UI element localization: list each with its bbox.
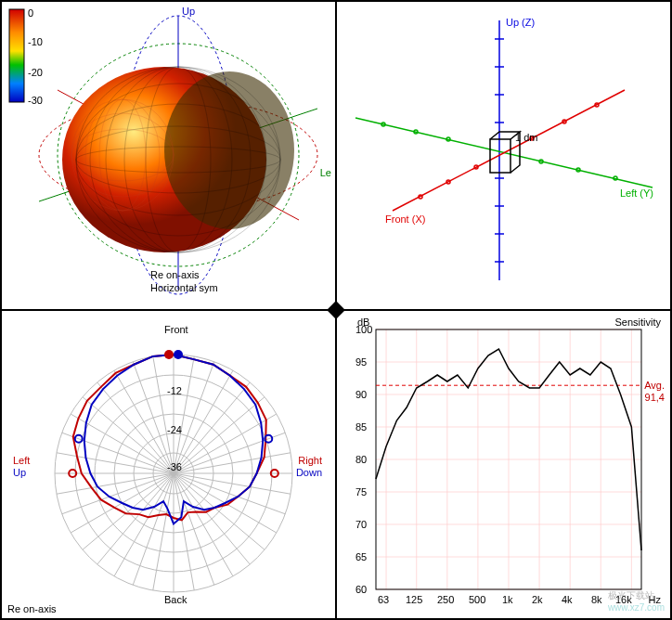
xt-4k: 4k xyxy=(562,594,573,605)
sens-xunit: Hz xyxy=(649,594,661,605)
svg-point-94 xyxy=(174,350,183,359)
polar-right-2: Down xyxy=(296,467,322,478)
sens-title: Sensitivity xyxy=(614,316,661,328)
xt-125: 125 xyxy=(406,594,422,605)
svg-point-93 xyxy=(164,350,174,359)
sens-avg-label: Avg. xyxy=(644,380,665,391)
yt-70: 70 xyxy=(355,519,367,530)
yt-75: 75 xyxy=(355,486,367,497)
yt-85: 85 xyxy=(355,421,367,433)
svg-point-8 xyxy=(164,71,294,229)
yt-100: 100 xyxy=(355,324,372,335)
xt-500: 500 xyxy=(469,594,485,605)
balloon-svg xyxy=(2,2,336,310)
xt-8k: 8k xyxy=(591,594,602,605)
axis-up-label: Up xyxy=(182,6,195,17)
polar-ring-12: -12 xyxy=(167,385,182,396)
yt-90: 90 xyxy=(355,389,367,400)
polar-left-1: Left xyxy=(13,455,30,466)
polar-ring-36: -36 xyxy=(167,461,182,472)
yt-65: 65 xyxy=(355,551,367,562)
svg-rect-0 xyxy=(9,9,24,102)
xt-63: 63 xyxy=(378,594,389,605)
axis-y-label: Left (Y) xyxy=(620,187,653,199)
cb-tick-0: 0 xyxy=(28,7,33,19)
coord-svg xyxy=(337,2,671,310)
tick-1dm: 1 dm xyxy=(515,132,537,143)
pane-polar[interactable]: Front Back Left Up Right Down -12 -24 -3… xyxy=(1,310,336,619)
axis-x-label: Front (X) xyxy=(385,213,425,225)
yt-80: 80 xyxy=(355,454,367,465)
polar-front: Front xyxy=(164,324,188,335)
axis-z-label: Up (Z) xyxy=(506,17,535,28)
note-re-on-axis: Re on-axis xyxy=(150,269,200,280)
axis-left-label: Le xyxy=(320,167,331,178)
xt-16k: 16k xyxy=(615,594,632,605)
sens-svg xyxy=(337,311,671,619)
polar-footer: Re on-axis xyxy=(7,603,57,614)
pane-coord-system[interactable]: Up (Z) Left (Y) Front (X) 1 dm xyxy=(336,1,671,310)
cb-tick-30: -30 xyxy=(28,95,43,106)
yt-60: 60 xyxy=(355,584,367,595)
pane-sensitivity[interactable]: dB Sensitivity Avg. 91,4 Hz 100 95 90 85… xyxy=(336,310,671,619)
chart-grid: 0 -10 -20 -30 Up Le Re on-axis Horizonta… xyxy=(0,0,672,620)
note-horizontal-sym: Horizontal sym xyxy=(150,282,218,293)
cb-tick-20: -20 xyxy=(28,67,43,78)
polar-right-1: Right xyxy=(298,455,322,466)
pane-3d-balloon[interactable]: 0 -10 -20 -30 Up Le Re on-axis Horizonta… xyxy=(1,1,336,310)
xt-1k: 1k xyxy=(502,594,513,605)
polar-ring-24: -24 xyxy=(167,424,182,435)
svg-line-33 xyxy=(393,90,625,211)
svg-rect-46 xyxy=(490,139,510,173)
xt-250: 250 xyxy=(437,594,454,605)
yt-95: 95 xyxy=(355,356,367,368)
polar-left-2: Up xyxy=(13,467,26,478)
sens-avg-value: 91,4 xyxy=(645,392,665,403)
polar-back: Back xyxy=(164,594,187,605)
cb-tick-10: -10 xyxy=(28,36,43,47)
xt-2k: 2k xyxy=(532,594,543,605)
